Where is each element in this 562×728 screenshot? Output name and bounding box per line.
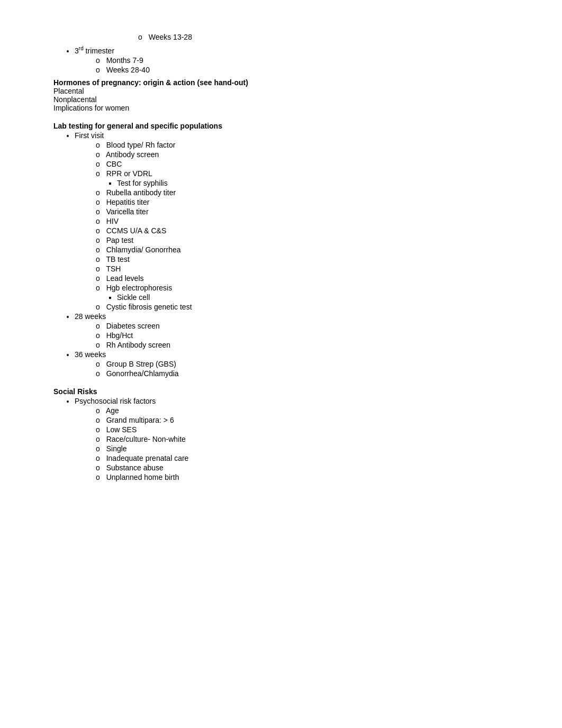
rubella-text: Rubella antibody titer xyxy=(106,188,176,197)
trimester-suffix: trimester xyxy=(84,47,114,55)
social-risks-heading: Social Risks xyxy=(53,387,509,396)
varicella-text: Varicella titer xyxy=(106,207,149,216)
low-ses-item: Low SES xyxy=(96,425,509,434)
psychosocial-item: Psychosocial risk factors Age Grand mult… xyxy=(75,397,509,481)
lab-section: Lab testing for general and specific pop… xyxy=(53,122,509,378)
lead-item: Lead levels xyxy=(96,274,509,283)
low-ses-text: Low SES xyxy=(106,425,137,434)
weeks36-sub-list: Group B Strep (GBS) Gonorrhea/Chlamydia xyxy=(96,360,509,378)
rh-antibody-item: Rh Antibody screen xyxy=(96,341,509,349)
tsh-text: TSH xyxy=(106,265,121,273)
hiv-item: HIV xyxy=(96,217,509,225)
rpr-sub-list: Test for syphilis xyxy=(117,179,509,187)
hbg-hct-item: Hbg/Hct xyxy=(96,331,509,340)
cbc-item: CBC xyxy=(96,160,509,168)
psychosocial-label: Psychosocial risk factors xyxy=(75,397,156,405)
implications-text: Implications for women xyxy=(53,104,509,112)
hepatitis-item: Hepatitis titer xyxy=(96,198,509,206)
lab-heading: Lab testing for general and specific pop… xyxy=(53,122,509,130)
weeks-28-40-item: Weeks 28-40 xyxy=(96,66,509,74)
unplanned-birth-item: Unplanned home birth xyxy=(96,473,509,481)
rubella-item: Rubella antibody titer xyxy=(96,188,509,197)
third-trimester-sub-list: Months 7-9 Weeks 28-40 xyxy=(96,56,509,74)
sickle-cell-text: Sickle cell xyxy=(117,293,150,302)
weeks-13-28-text: Weeks 13-28 xyxy=(149,33,192,41)
cystic-item: Cystic fibrosis genetic test xyxy=(96,303,509,311)
inadequate-care-item: Inadequate prenatal care xyxy=(96,454,509,462)
hormones-heading: Hormones of pregnancy: origin & action (… xyxy=(53,78,509,87)
gbs-item: Group B Strep (GBS) xyxy=(96,360,509,368)
placental-text: Placental xyxy=(53,87,509,95)
antibody-screen-text: Antibody screen xyxy=(106,150,159,159)
gbs-text: Group B Strep (GBS) xyxy=(106,360,176,368)
months-7-9-item: Months 7-9 xyxy=(96,56,509,65)
page-content: Weeks 13-28 3rd trimester Months 7-9 Wee… xyxy=(53,33,509,481)
syphilis-text: Test for syphilis xyxy=(117,179,168,187)
first-visit-sub-list: Blood type/ Rh factor Antibody screen CB… xyxy=(96,141,509,311)
cystic-text: Cystic fibrosis genetic test xyxy=(106,303,192,311)
weeks28-item: 28 weeks Diabetes screen Hbg/Hct Rh Anti… xyxy=(75,312,509,349)
hgb-sub-list: Sickle cell xyxy=(117,293,509,302)
first-visit-label: First visit xyxy=(75,131,104,140)
weeks-28-40-text: Weeks 28-40 xyxy=(106,66,150,74)
rh-antibody-text: Rh Antibody screen xyxy=(106,341,170,349)
hiv-text: HIV xyxy=(106,217,119,225)
weeks28-sub-list: Diabetes screen Hbg/Hct Rh Antibody scre… xyxy=(96,322,509,349)
substance-abuse-item: Substance abuse xyxy=(96,463,509,472)
pap-item: Pap test xyxy=(96,236,509,244)
race-culture-text: Race/culture- Non-white xyxy=(106,435,186,443)
syphilis-item: Test for syphilis xyxy=(117,179,509,187)
ccms-item: CCMS U/A & C&S xyxy=(96,226,509,235)
third-trimester-list: 3rd trimester Months 7-9 Weeks 28-40 xyxy=(75,46,509,74)
grand-multipara-item: Grand multipara: > 6 xyxy=(96,416,509,424)
age-item: Age xyxy=(96,406,509,415)
months-7-9-text: Months 7-9 xyxy=(106,56,143,65)
psychosocial-sub-list: Age Grand multipara: > 6 Low SES Race/cu… xyxy=(96,406,509,481)
gonorrhea-text: Gonorrhea/Chlamydia xyxy=(106,369,179,378)
social-risks-list: Psychosocial risk factors Age Grand mult… xyxy=(75,397,509,481)
unplanned-birth-text: Unplanned home birth xyxy=(106,473,179,481)
ccms-text: CCMS U/A & C&S xyxy=(106,226,167,235)
hepatitis-text: Hepatitis titer xyxy=(106,198,150,206)
weeks36-item: 36 weeks Group B Strep (GBS) Gonorrhea/C… xyxy=(75,350,509,378)
tb-item: TB test xyxy=(96,255,509,263)
inadequate-care-text: Inadequate prenatal care xyxy=(106,454,189,462)
tsh-item: TSH xyxy=(96,265,509,273)
rpr-text: RPR or VDRL xyxy=(106,169,152,178)
grand-multipara-text: Grand multipara: > 6 xyxy=(106,416,174,424)
single-item: Single xyxy=(96,444,509,453)
rd-sup: rd xyxy=(79,46,84,51)
varicella-item: Varicella titer xyxy=(96,207,509,216)
weeks36-label: 36 weeks xyxy=(75,350,106,359)
first-visit-item: First visit Blood type/ Rh factor Antibo… xyxy=(75,131,509,311)
gonorrhea-item: Gonorrhea/Chlamydia xyxy=(96,369,509,378)
diabetes-item: Diabetes screen xyxy=(96,322,509,330)
single-text: Single xyxy=(106,444,127,453)
blood-type-text: Blood type/ Rh factor xyxy=(106,141,176,149)
chlamydia-text: Chlamydia/ Gonorrhea xyxy=(106,245,181,254)
antibody-screen-item: Antibody screen xyxy=(96,150,509,159)
rpr-item: RPR or VDRL Test for syphilis xyxy=(96,169,509,187)
hgb-item: Hgb electrophoresis Sickle cell xyxy=(96,284,509,302)
tb-text: TB test xyxy=(106,255,129,263)
hbg-hct-text: Hbg/Hct xyxy=(106,331,133,340)
chlamydia-item: Chlamydia/ Gonorrhea xyxy=(96,245,509,254)
top-weeks-section: Weeks 13-28 xyxy=(117,33,509,41)
third-trimester-section: 3rd trimester Months 7-9 Weeks 28-40 xyxy=(53,46,509,74)
hormones-section: Hormones of pregnancy: origin & action (… xyxy=(53,78,509,112)
third-trimester-label: 3rd trimester xyxy=(75,47,114,55)
lead-text: Lead levels xyxy=(106,274,144,283)
cbc-text: CBC xyxy=(106,160,122,168)
diabetes-text: Diabetes screen xyxy=(106,322,160,330)
sickle-cell-item: Sickle cell xyxy=(117,293,509,302)
lab-top-list: First visit Blood type/ Rh factor Antibo… xyxy=(75,131,509,378)
weeks-13-28-list: Weeks 13-28 xyxy=(138,33,509,41)
substance-abuse-text: Substance abuse xyxy=(106,463,164,472)
social-risks-section: Social Risks Psychosocial risk factors A… xyxy=(53,387,509,481)
nonplacental-text: Nonplacental xyxy=(53,95,509,104)
blood-type-item: Blood type/ Rh factor xyxy=(96,141,509,149)
pap-text: Pap test xyxy=(106,236,133,244)
weeks28-label: 28 weeks xyxy=(75,312,106,321)
third-trimester-item: 3rd trimester Months 7-9 Weeks 28-40 xyxy=(75,46,509,74)
race-culture-item: Race/culture- Non-white xyxy=(96,435,509,443)
